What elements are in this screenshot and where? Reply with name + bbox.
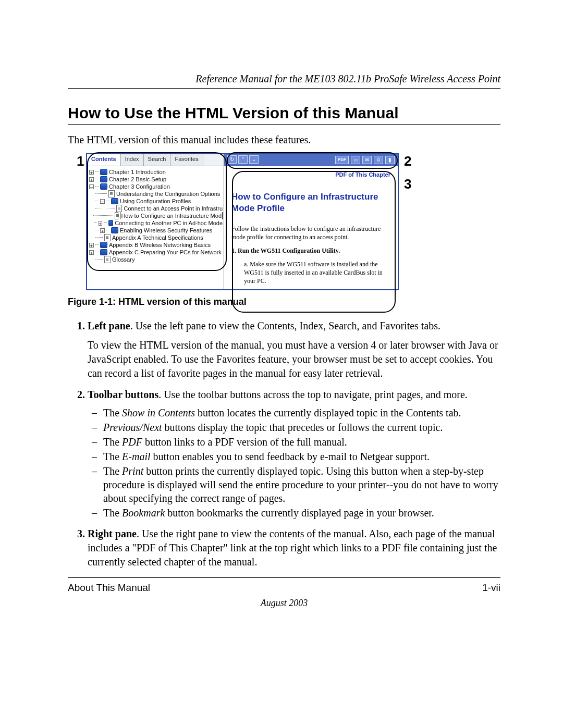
footer-row: About This Manual 1-vii — [68, 582, 500, 594]
book-icon — [100, 242, 107, 248]
page-icon — [104, 256, 111, 263]
numbered-list: Left pane. Use the left pane to view the… — [68, 319, 500, 569]
callout-2: 2 — [404, 153, 411, 169]
list-item-2-text: . Use the toolbar buttons across the top… — [158, 389, 468, 400]
tree-item-appendix-b[interactable]: +Appendix B Wireless Networking Basics — [89, 241, 223, 249]
tree-item-chapter-1[interactable]: +Chapter 1 Introduction — [89, 168, 223, 176]
page-icon — [115, 212, 118, 219]
sub-email: The E-mail button enables you to send fe… — [88, 450, 500, 463]
tree-item-glossary[interactable]: Glossary — [89, 256, 223, 263]
toolbar-sublist: The Show in Contents button locates the … — [88, 406, 500, 520]
pdf-button[interactable]: PDF — [335, 156, 349, 164]
left-navigation-pane: Contents Index Search Favorites +Chapter… — [87, 154, 224, 289]
content-step-1a: a. Make sure the WG511 software is insta… — [244, 260, 390, 285]
next-button[interactable]: ⌄ — [249, 155, 259, 164]
book-icon — [100, 249, 107, 255]
list-item-1-paragraph: To view the HTML version of the manual, … — [88, 338, 500, 380]
tree-item-chapter-3[interactable]: −Chapter 3 Configuration — [89, 183, 223, 190]
tab-search[interactable]: Search — [144, 154, 171, 166]
pdf-of-chapter-link[interactable]: PDF of This Chapter — [231, 171, 390, 178]
tree-item-appendix-c[interactable]: +Appendix C Preparing Your PCs for Netwo… — [89, 249, 223, 256]
callout-1: 1 — [77, 153, 84, 169]
print-button[interactable]: ⎙ — [374, 156, 383, 164]
list-item-1: Left pane. Use the left pane to view the… — [88, 319, 500, 380]
page-icon — [104, 234, 111, 241]
heading-rule — [68, 124, 500, 125]
sub-bookmark: The Bookmark button bookmarks the curren… — [88, 506, 500, 520]
contents-tree: +Chapter 1 Introduction +Chapter 2 Basic… — [87, 166, 224, 267]
email-button[interactable]: ✉ — [362, 156, 372, 164]
help-viewer-frame: Contents Index Search Favorites +Chapter… — [86, 153, 399, 290]
page-icon — [108, 190, 115, 198]
tree-item-chapter-2[interactable]: +Chapter 2 Basic Setup — [89, 176, 223, 183]
book-icon — [111, 198, 118, 204]
figure-caption: Figure 1-1: HTML version of this manual — [68, 297, 500, 307]
tree-item-config-profiles[interactable]: −Using Configuration Profiles — [89, 198, 223, 205]
tree-item-security[interactable]: +Enabling Wireless Security Features — [89, 227, 223, 234]
page-button[interactable]: ▭ — [351, 156, 360, 164]
nav-tabs: Contents Index Search Favorites — [87, 154, 224, 166]
book-icon — [100, 169, 107, 175]
footer-right: 1-vii — [482, 582, 500, 594]
tab-contents[interactable]: Contents — [87, 154, 121, 166]
book-icon — [108, 220, 113, 226]
sub-show-in-contents: The Show in Contents button locates the … — [88, 406, 500, 419]
book-icon — [100, 183, 107, 190]
tree-item-adhoc[interactable]: +Connecting to Another PC in Ad-hoc Mode — [89, 219, 223, 227]
header-rule — [68, 88, 500, 89]
tab-favorites[interactable]: Favorites — [170, 154, 203, 166]
show-in-contents-button[interactable]: ↻ — [227, 155, 237, 164]
sub-pdf: The PDF button links to a PDF version of… — [88, 435, 500, 449]
list-item-3: Right pane. Use the right pane to view t… — [88, 527, 500, 569]
section-heading: How to Use the HTML Version of this Manu… — [68, 104, 500, 122]
book-icon — [111, 227, 118, 233]
running-header: Reference Manual for the ME103 802.11b P… — [68, 73, 500, 85]
previous-button[interactable]: ⌃ — [238, 155, 248, 164]
figure-1-1: 1 2 3 Contents Index Search Favorites +C… — [86, 153, 420, 290]
list-item-1-text: . Use the left pane to view the Contents… — [130, 320, 440, 331]
list-item-2: Toolbar buttons. Use the toolbar buttons… — [88, 388, 500, 520]
list-item-3-title: Right pane — [88, 528, 137, 539]
intro-paragraph: The HTML version of this manual includes… — [68, 134, 500, 146]
bookmark-button[interactable]: ▮ — [385, 156, 395, 164]
content-paragraph: Follow the instructions below to configu… — [231, 225, 390, 241]
content-pane-container: ↻ ⌃ ⌄ PDF ▭ ✉ ⎙ ▮ PDF of This Chapter Ho… — [224, 154, 398, 289]
sub-print: The Print button prints the currently di… — [88, 464, 500, 505]
list-item-2-title: Toolbar buttons — [88, 389, 158, 400]
book-icon — [100, 176, 107, 182]
tree-item-config-options[interactable]: Understanding the Configuration Options — [89, 190, 223, 198]
content-pane: PDF of This Chapter How to Configure an … — [224, 166, 398, 289]
tree-item-infra-mode[interactable]: How to Configure an Infrastructure Mod — [89, 212, 223, 219]
list-item-1-title: Left pane — [88, 320, 130, 331]
sub-prev-next: Previous/Next buttons display the topic … — [88, 421, 500, 434]
content-step-1: 1. Run the WG511 Configuration Utility. — [231, 246, 390, 255]
footer-rule — [68, 577, 500, 578]
tree-item-connect-ap[interactable]: Connect to an Access Point in Infrastru — [89, 205, 223, 212]
list-item-3-text: . Use the right pane to view the content… — [88, 528, 497, 567]
footer-left: About This Manual — [68, 582, 150, 594]
page-icon — [116, 205, 122, 212]
callout-3: 3 — [404, 176, 411, 192]
tab-index[interactable]: Index — [121, 154, 144, 166]
tree-item-appendix-a[interactable]: Appendix A Technical Specifications — [89, 234, 223, 241]
content-heading: How to Configure an Infrastructure Mode … — [231, 191, 390, 214]
footer-date: August 2003 — [68, 598, 500, 609]
toolbar: ↻ ⌃ ⌄ PDF ▭ ✉ ⎙ ▮ — [224, 154, 398, 166]
